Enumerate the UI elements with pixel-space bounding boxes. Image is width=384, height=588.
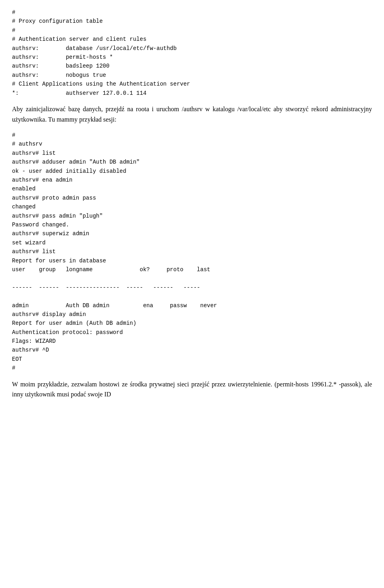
proxy-config-code: # # Proxy configuration table # # Authen… <box>12 8 372 98</box>
prose-paragraph-1: Aby zainicjalizować bazę danych, przejdź… <box>12 104 372 124</box>
authsrv-session-code: # # authsrv authsrv# list authsrv# addus… <box>12 131 372 373</box>
prose-paragraph-2: W moim przykładzie, zezwalam hostowi ze … <box>12 379 372 400</box>
code-section-2: # # authsrv authsrv# list authsrv# addus… <box>12 131 372 373</box>
code-section-1: # # Proxy configuration table # # Authen… <box>12 8 372 98</box>
